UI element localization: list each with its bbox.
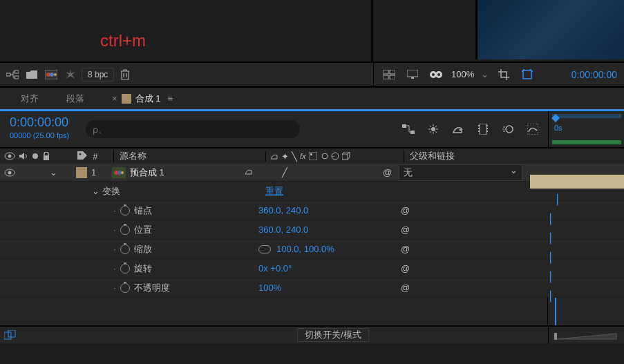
panel-divider[interactable] [371, 0, 373, 62]
layer-color-swatch[interactable] [76, 167, 87, 178]
shy-col-icon[interactable] [270, 152, 278, 160]
keyframe-marker[interactable]: ⎮ [548, 271, 553, 282]
bit-depth-label[interactable]: 8 bpc [82, 68, 114, 82]
pickwhip-icon[interactable]: @ [401, 263, 410, 274]
rotation-value[interactable]: 0x +0.0° [258, 263, 397, 274]
stopwatch-icon[interactable] [120, 283, 130, 293]
index-column[interactable]: # [93, 151, 97, 162]
preview-thumbnail[interactable] [475, 0, 624, 59]
chevron-down-icon[interactable]: ⌄ [481, 69, 489, 79]
svg-rect-29 [552, 114, 621, 118]
motion-blur-col-icon[interactable] [320, 152, 328, 160]
filmstrip-icon[interactable] [475, 121, 491, 137]
svg-rect-23 [478, 131, 480, 132]
layer-index: 1 [91, 167, 112, 178]
layer-row[interactable]: ⌄ 1 预合成 1 ╱ @ 无 [0, 164, 624, 182]
node-icon[interactable] [400, 121, 417, 137]
keyframe-marker[interactable]: ⎮ [555, 194, 560, 205]
viewer-timecode[interactable]: 0:00:00:00 [571, 69, 617, 80]
tab-close-icon[interactable]: × [112, 93, 117, 104]
pickwhip-icon[interactable]: @ [401, 205, 410, 215]
stopwatch-icon[interactable] [120, 225, 130, 235]
pickwhip-icon[interactable]: @ [401, 224, 410, 235]
svg-point-18 [431, 127, 435, 131]
tab-composition[interactable]: × 合成 1 ≡ [98, 88, 187, 109]
scale-value[interactable]: 100.0, 100.0% [258, 244, 397, 254]
sparkle-icon[interactable] [425, 121, 442, 137]
pickwhip-icon[interactable]: @ [383, 167, 392, 178]
lock-icon[interactable] [43, 152, 50, 160]
parent-cell: @ 无 [379, 164, 522, 181]
svg-point-36 [79, 153, 82, 155]
bounds-icon[interactable] [519, 66, 536, 83]
montage-icon[interactable] [381, 66, 397, 83]
tab-menu-icon[interactable]: ≡ [167, 93, 173, 104]
folder-icon[interactable] [23, 66, 40, 83]
constrain-icon[interactable] [258, 245, 271, 253]
speaker-icon[interactable] [19, 152, 28, 160]
motion-blur-icon[interactable] [500, 121, 516, 137]
keyframe-marker[interactable]: ⎮ [548, 252, 553, 263]
stopwatch-icon[interactable] [120, 245, 130, 254]
time-ruler-zone[interactable]: 0s [548, 111, 624, 147]
source-name-column[interactable]: 源名称 [113, 150, 265, 162]
timeline-search [79, 111, 400, 147]
stopwatch-icon[interactable] [120, 264, 130, 274]
svg-point-27 [506, 126, 513, 133]
frame-blend-icon[interactable] [0, 330, 21, 340]
tag-icon[interactable] [77, 151, 87, 161]
svg-rect-9 [383, 75, 388, 79]
transform-twirl[interactable]: ⌄ [88, 186, 102, 196]
adjust-col-icon[interactable] [331, 152, 339, 160]
toggle-switches-modes[interactable]: 切换开关/模式 [297, 328, 369, 342]
layer-name[interactable]: 预合成 1 [130, 166, 240, 179]
pickwhip-icon[interactable]: @ [401, 244, 410, 254]
comp-new-icon[interactable] [43, 66, 59, 83]
eye-icon[interactable] [4, 152, 15, 160]
parent-column[interactable]: 父级和链接 [404, 150, 547, 162]
search-input[interactable] [86, 120, 300, 138]
mask-icon[interactable] [428, 66, 444, 83]
parent-dropdown[interactable]: 无 [399, 164, 522, 181]
svg-rect-50 [554, 333, 557, 340]
keyframe-marker[interactable]: ⎮ [548, 233, 553, 244]
layer-quality-switch[interactable]: ╱ [282, 167, 287, 178]
flow-icon[interactable] [4, 66, 21, 83]
3d-col-icon[interactable] [342, 152, 350, 160]
opacity-value[interactable]: 100% [258, 282, 397, 293]
svg-rect-8 [390, 70, 395, 74]
svg-point-5 [50, 73, 54, 77]
tab-align[interactable]: 对齐 [7, 88, 53, 109]
keyframe-marker[interactable]: ⎮ [548, 213, 553, 224]
trash-icon[interactable] [117, 66, 133, 83]
solo-icon[interactable] [32, 153, 39, 160]
frame-blend-col-icon[interactable] [309, 152, 317, 160]
layer-shy-switch[interactable] [245, 167, 253, 178]
monitor-icon[interactable] [404, 66, 421, 83]
scale-row: · 缩放 100.0, 100.0% @ ⎮ [0, 240, 624, 259]
eye-toggle[interactable] [4, 169, 15, 177]
playhead[interactable] [555, 298, 556, 325]
svg-rect-16 [402, 124, 406, 128]
timecode-block[interactable]: 0:00:00:00 00000 (25.00 fps) [0, 111, 79, 147]
position-value[interactable]: 360.0, 240.0 [258, 224, 397, 235]
current-timecode[interactable]: 0:00:00:00 [10, 115, 69, 130]
reset-link[interactable]: 重置 [265, 185, 404, 198]
shy-icon[interactable] [450, 121, 466, 137]
timeline-footer: 切换开关/模式 [0, 325, 624, 343]
zoom-level[interactable]: 100% [451, 69, 474, 79]
zoom-slider[interactable] [549, 327, 624, 345]
pickwhip-icon[interactable]: @ [401, 282, 410, 293]
svg-rect-38 [310, 153, 312, 155]
dash-col-icon[interactable]: ╲ [292, 151, 297, 162]
layer-duration-bar[interactable] [530, 175, 624, 189]
star-col-icon[interactable]: ✦ [281, 151, 289, 162]
graph-icon[interactable] [524, 121, 541, 137]
fx-col-icon[interactable]: fx [300, 152, 306, 160]
burst-icon[interactable] [62, 66, 79, 83]
crop-icon[interactable] [495, 66, 512, 83]
stopwatch-icon[interactable] [120, 206, 130, 215]
anchor-value[interactable]: 360.0, 240.0 [258, 205, 397, 215]
layer-twirl[interactable]: ⌄ [50, 167, 61, 178]
tab-paragraph[interactable]: 段落 [53, 88, 98, 109]
